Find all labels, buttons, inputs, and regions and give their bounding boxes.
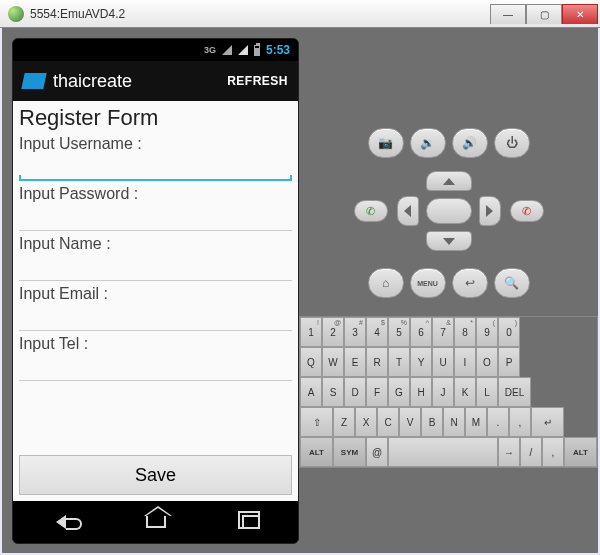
key-slash[interactable]: / [520, 437, 542, 467]
key-u[interactable]: U [432, 347, 454, 377]
key-0[interactable]: 0) [498, 317, 520, 347]
nav-home-button[interactable] [136, 510, 176, 534]
key-e[interactable]: E [344, 347, 366, 377]
key-3[interactable]: 3# [344, 317, 366, 347]
key-b[interactable]: B [421, 407, 443, 437]
volume-up-icon: 🔊 [462, 136, 477, 150]
key-a[interactable]: A [300, 377, 322, 407]
signal-icon [222, 45, 232, 55]
window-close-button[interactable]: ✕ [562, 4, 598, 24]
key-i[interactable]: I [454, 347, 476, 377]
hw-search-button[interactable]: 🔍 [494, 268, 530, 298]
key-g[interactable]: G [388, 377, 410, 407]
hw-volume-up-button[interactable]: 🔊 [452, 128, 488, 158]
key-n[interactable]: N [443, 407, 465, 437]
hw-camera-button[interactable]: 📷 [368, 128, 404, 158]
back-small-icon: ↩ [465, 276, 475, 290]
hw-endcall-button[interactable]: ✆ [510, 200, 544, 222]
hw-power-button[interactable]: ⏻ [494, 128, 530, 158]
key-arrow[interactable]: → [498, 437, 520, 467]
dpad-up-button[interactable] [426, 171, 472, 191]
key-comma[interactable]: , [542, 437, 564, 467]
phone-end-icon: ✆ [522, 205, 531, 218]
field-name: Input Name : [13, 233, 298, 283]
window-titlebar: 5554:EmuAVD4.2 — ▢ ✕ [0, 0, 600, 28]
nav-recent-button[interactable] [231, 510, 271, 534]
key-t[interactable]: T [388, 347, 410, 377]
input-name[interactable] [19, 253, 292, 281]
status-clock: 5:53 [266, 43, 290, 57]
key-r[interactable]: R [366, 347, 388, 377]
hw-call-button[interactable]: ✆ [354, 200, 388, 222]
key-s[interactable]: S [322, 377, 344, 407]
key-at[interactable]: @ [366, 437, 388, 467]
hw-menu-button[interactable]: MENU [410, 268, 446, 298]
key-9[interactable]: 9( [476, 317, 498, 347]
hw-volume-down-button[interactable]: 🔉 [410, 128, 446, 158]
key-k[interactable]: K [454, 377, 476, 407]
key-l[interactable]: L [476, 377, 498, 407]
dpad-down-button[interactable] [426, 231, 472, 251]
input-username[interactable] [19, 153, 292, 181]
dpad-left-button[interactable] [397, 196, 419, 226]
dpad-right-button[interactable] [479, 196, 501, 226]
key-x[interactable]: X [355, 407, 377, 437]
kbd-row-2: QWERTYUIOP [300, 347, 597, 377]
refresh-button[interactable]: REFRESH [227, 74, 288, 88]
window-minimize-button[interactable]: — [490, 4, 526, 24]
key-5[interactable]: 5% [388, 317, 410, 347]
key-q[interactable]: Q [300, 347, 322, 377]
input-password[interactable] [19, 203, 292, 231]
nav-back-button[interactable] [41, 510, 81, 534]
key-6[interactable]: 6^ [410, 317, 432, 347]
home-icon [146, 516, 166, 528]
hw-back-button[interactable]: ↩ [452, 268, 488, 298]
key-space[interactable] [388, 437, 498, 467]
label-password: Input Password : [19, 185, 292, 203]
hw-button-row-top: 📷 🔉 🔊 ⏻ [368, 128, 530, 158]
label-name: Input Name : [19, 235, 292, 253]
input-tel[interactable] [19, 353, 292, 381]
key-delete[interactable]: DEL [498, 377, 531, 407]
key-v[interactable]: V [399, 407, 421, 437]
key-m[interactable]: M [465, 407, 487, 437]
input-email[interactable] [19, 303, 292, 331]
key-h[interactable]: H [410, 377, 432, 407]
wifi-icon [238, 45, 248, 55]
key-alt-right[interactable]: ALT [564, 437, 597, 467]
hw-home-button[interactable]: ⌂ [368, 268, 404, 298]
kbd-row-3: ASDFGHJKLDEL [300, 377, 597, 407]
device-frame: 3G 5:53 thaicreate REFRESH Register Form… [12, 38, 299, 544]
window-maximize-button[interactable]: ▢ [526, 4, 562, 24]
save-button[interactable]: Save [19, 455, 292, 495]
search-icon: 🔍 [504, 276, 519, 290]
key-j[interactable]: J [432, 377, 454, 407]
key-7[interactable]: 7& [432, 317, 454, 347]
key-.[interactable]: . [487, 407, 509, 437]
recent-icon [242, 515, 260, 529]
dpad-center-button[interactable] [426, 198, 472, 224]
key-,[interactable]: , [509, 407, 531, 437]
field-username: Input Username : [13, 133, 298, 183]
key-shift[interactable]: ⇧ [300, 407, 333, 437]
window-title: 5554:EmuAVD4.2 [30, 7, 490, 21]
key-sym[interactable]: SYM [333, 437, 366, 467]
key-o[interactable]: O [476, 347, 498, 377]
arrow-down-icon [443, 238, 455, 245]
key-f[interactable]: F [366, 377, 388, 407]
emulator-body: 3G 5:53 thaicreate REFRESH Register Form… [0, 28, 600, 555]
key-8[interactable]: 8* [454, 317, 476, 347]
key-2[interactable]: 2@ [322, 317, 344, 347]
key-alt-left[interactable]: ALT [300, 437, 333, 467]
key-w[interactable]: W [322, 347, 344, 377]
key-1[interactable]: 1! [300, 317, 322, 347]
key-c[interactable]: C [377, 407, 399, 437]
key-y[interactable]: Y [410, 347, 432, 377]
key-4[interactable]: 4$ [366, 317, 388, 347]
label-email: Input Email : [19, 285, 292, 303]
menu-label: MENU [417, 280, 438, 287]
key-p[interactable]: P [498, 347, 520, 377]
key-z[interactable]: Z [333, 407, 355, 437]
key-d[interactable]: D [344, 377, 366, 407]
key-enter[interactable]: ↵ [531, 407, 564, 437]
